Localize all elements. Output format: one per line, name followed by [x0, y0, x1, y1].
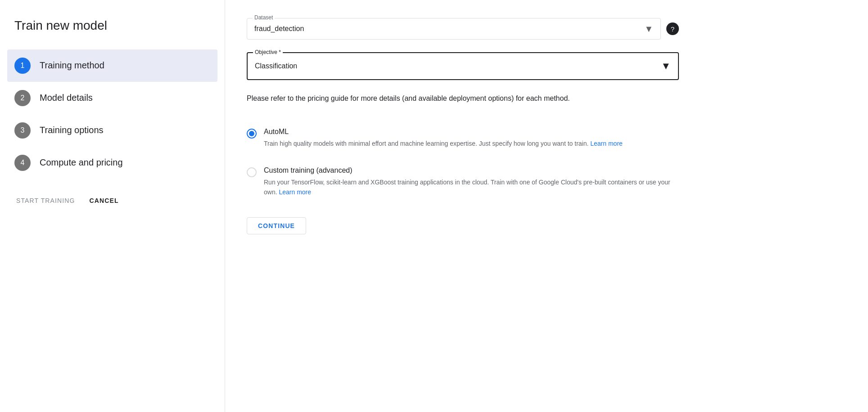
step-badge-4: 4 — [14, 155, 31, 171]
step-item-3[interactable]: 3 Training options — [14, 114, 210, 147]
custom-training-title: Custom training (advanced) — [264, 166, 679, 175]
automl-description: Train high quality models with minimal e… — [264, 139, 679, 148]
objective-container[interactable]: Objective * Classification ▼ — [247, 52, 679, 80]
step-label-2: Model details — [40, 93, 93, 103]
cancel-button[interactable]: CANCEL — [90, 197, 119, 204]
custom-training-description: Run your TensorFlow, scikit-learn and XG… — [264, 177, 679, 197]
objective-field-group: Objective * Classification ▼ — [247, 52, 679, 80]
step-label-4: Compute and pricing — [40, 157, 123, 168]
step-badge-3: 3 — [14, 122, 31, 139]
dataset-label: Dataset — [253, 14, 275, 21]
help-icon[interactable]: ? — [666, 22, 679, 35]
dataset-value-row: fraud_detection ▼ — [254, 22, 653, 36]
automl-title: AutoML — [264, 128, 679, 136]
dataset-value: fraud_detection — [254, 22, 304, 36]
custom-training-learn-more-link[interactable]: Learn more — [279, 188, 311, 196]
sidebar: Train new model 1 Training method 2 Mode… — [0, 0, 225, 412]
automl-option[interactable]: AutoML Train high quality models with mi… — [247, 119, 679, 157]
objective-chevron-icon[interactable]: ▼ — [661, 60, 671, 72]
objective-value: Classification — [255, 62, 297, 70]
custom-training-content: Custom training (advanced) Run your Tens… — [264, 166, 679, 197]
automl-radio-button[interactable] — [247, 129, 257, 139]
main-content: Dataset fraud_detection ▼ ? Objective * … — [225, 0, 868, 412]
step-item-2[interactable]: 2 Model details — [14, 82, 210, 114]
form-section: Dataset fraud_detection ▼ ? Objective * … — [247, 18, 679, 234]
custom-training-radio-button[interactable] — [247, 167, 257, 177]
radio-group: AutoML Train high quality models with mi… — [247, 119, 679, 206]
step-badge-1: 1 — [14, 58, 31, 74]
start-training-button[interactable]: START TRAINING — [16, 197, 75, 204]
step-item-4[interactable]: 4 Compute and pricing — [14, 147, 210, 179]
custom-training-option[interactable]: Custom training (advanced) Run your Tens… — [247, 157, 679, 206]
pricing-note: Please refer to the pricing guide for mo… — [247, 93, 679, 104]
step-label-3: Training options — [40, 125, 104, 135]
step-list: 1 Training method 2 Model details 3 Trai… — [14, 49, 210, 179]
step-item-1[interactable]: 1 Training method — [7, 49, 217, 82]
step-badge-2: 2 — [14, 90, 31, 106]
automl-content: AutoML Train high quality models with mi… — [264, 128, 679, 148]
dataset-chevron-icon[interactable]: ▼ — [644, 24, 653, 34]
page-title: Train new model — [14, 18, 210, 33]
dataset-field-group: Dataset fraud_detection ▼ ? — [247, 18, 679, 40]
automl-learn-more-link[interactable]: Learn more — [590, 140, 623, 147]
sidebar-actions: START TRAINING CANCEL — [14, 197, 210, 204]
objective-value-row: Classification ▼ — [255, 57, 671, 76]
objective-label: Objective * — [253, 49, 283, 55]
continue-button[interactable]: CONTINUE — [247, 217, 306, 234]
step-label-1: Training method — [40, 60, 104, 71]
dataset-field-container: Dataset fraud_detection ▼ — [247, 18, 661, 40]
